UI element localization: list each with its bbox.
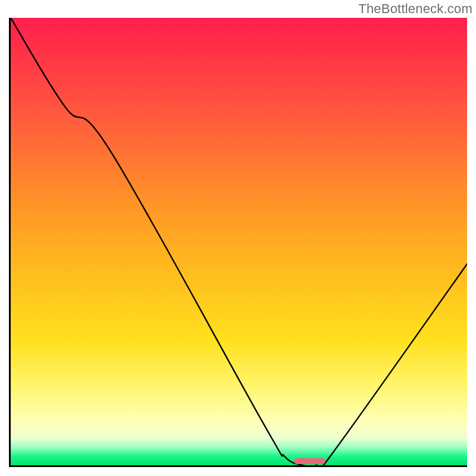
optimal-marker	[294, 458, 326, 464]
plot-area	[9, 18, 467, 467]
bottleneck-curve	[11, 18, 467, 465]
curve-path	[11, 18, 467, 465]
chart-canvas: TheBottleneck.com	[0, 0, 476, 476]
watermark-text: TheBottleneck.com	[358, 1, 472, 17]
